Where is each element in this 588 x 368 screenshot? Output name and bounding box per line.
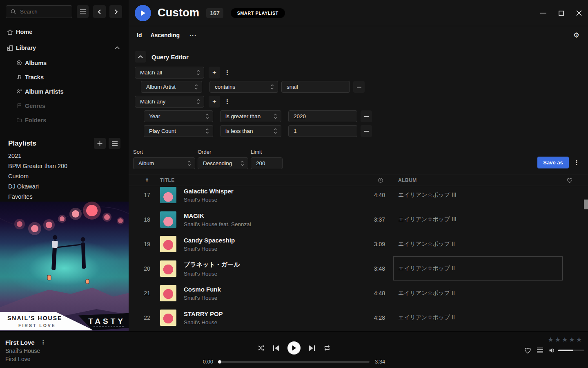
track-row[interactable]: 21 Cosmo Funk Snail’s House 4:48 エイリアン☆ポ… [129, 281, 588, 305]
star-icon[interactable]: ★ [569, 337, 575, 343]
sidebar-item-albums[interactable]: Albums [0, 56, 129, 70]
track-title: Cosmo Funk [184, 286, 361, 293]
maximize-button[interactable] [552, 5, 570, 21]
repeat-button[interactable] [323, 345, 331, 351]
play-playlist-button[interactable] [135, 5, 151, 21]
sidebar-item-label: Home [16, 29, 32, 35]
settings-gear-icon[interactable]: ⚙ [573, 31, 579, 40]
close-button[interactable] [570, 5, 588, 21]
track-album: エイリアン☆ポップ III [398, 207, 561, 232]
track-number: 18 [139, 216, 155, 223]
star-icon[interactable]: ★ [555, 337, 561, 343]
rule-value-input[interactable] [281, 81, 350, 93]
volume-slider[interactable] [558, 350, 584, 351]
sidebar-item-home[interactable]: Home [0, 25, 129, 38]
star-icon[interactable]: ★ [562, 337, 568, 343]
rule-value-input[interactable] [288, 125, 357, 137]
rule-operator-select[interactable]: contains [209, 81, 278, 93]
track-album-focused-cell[interactable]: エイリアン☆ポップ II [398, 256, 561, 281]
play-button[interactable] [287, 341, 301, 355]
rule-field-select[interactable]: Year [144, 110, 213, 122]
match-type-select[interactable]: Match any [135, 96, 204, 108]
track-artist: Snail’s House [184, 295, 361, 301]
more-options-icon[interactable]: ··· [189, 32, 197, 39]
playlist-item[interactable]: Favorites [0, 191, 129, 202]
previous-button[interactable] [273, 345, 279, 351]
track-album: エイリアン☆ポップ II [398, 232, 561, 256]
track-row[interactable]: 18 MAGIK Snail’s House feat. Sennzai 3:3… [129, 207, 588, 232]
star-icon[interactable]: ★ [576, 337, 582, 343]
sidebar-item-album-artists[interactable]: Album Artists [0, 84, 129, 99]
scrollbar-thumb[interactable] [584, 200, 588, 209]
track-row[interactable]: 20 プラネット・ガール Snail’s House 3:48 エイリアン☆ポッ… [129, 256, 588, 281]
add-rule-button[interactable]: ＋ [209, 96, 220, 108]
query-rule-row: Year is greater than [144, 110, 588, 122]
save-as-button[interactable]: Save as [537, 157, 569, 168]
add-playlist-button[interactable] [94, 138, 106, 149]
track-album-art [160, 260, 176, 277]
track-row[interactable]: 17 Galactic Whisper Snail’s House 4:40 エ… [129, 186, 588, 207]
group-kebab-icon[interactable]: ⋮ [224, 69, 230, 76]
sidebar-item-library[interactable]: Library [0, 41, 129, 54]
sidebar-item-tracks[interactable]: Tracks [0, 70, 129, 84]
nav-back-button[interactable] [93, 5, 106, 18]
library-icon [6, 45, 13, 52]
chevron-right-icon [114, 9, 118, 14]
track-artist: Snail’s House [184, 319, 361, 325]
query-editor: Query Editor Match all ＋ ⋮ Album Artist … [129, 51, 588, 169]
nav-forward-button[interactable] [109, 5, 122, 18]
column-duration[interactable] [361, 177, 386, 183]
column-index[interactable]: # [139, 177, 155, 183]
collapse-query-editor-button[interactable] [135, 51, 146, 63]
column-album[interactable]: ALBUM [398, 177, 561, 183]
add-rule-button[interactable]: ＋ [209, 67, 220, 79]
group-kebab-icon[interactable]: ⋮ [224, 98, 230, 105]
now-playing-album[interactable]: First Love [5, 355, 46, 363]
seek-slider[interactable] [218, 361, 370, 363]
chevron-up-icon[interactable] [115, 46, 120, 49]
playlist-item[interactable]: BPM Greater than 200 [0, 161, 129, 171]
sort-field-button[interactable]: Id [137, 32, 142, 38]
playlist-item[interactable]: DJ Okawari [0, 181, 129, 191]
queue-button[interactable] [537, 348, 543, 353]
remove-rule-button[interactable] [353, 81, 365, 93]
search-input[interactable] [20, 9, 68, 15]
now-playing-artist[interactable]: Snail’s House [5, 346, 46, 355]
sort-order-button[interactable]: Ascending [150, 32, 180, 38]
window-controls [534, 0, 588, 26]
clock-icon [378, 177, 383, 183]
star-icon[interactable]: ★ [548, 337, 553, 343]
rule-field-select[interactable]: Play Count [144, 125, 213, 137]
rule-operator-select[interactable]: is greater than [220, 110, 281, 122]
limit-input[interactable] [251, 157, 283, 169]
column-title[interactable]: TITLE [160, 177, 361, 183]
rule-value-input[interactable] [288, 110, 357, 122]
sidebar-item-genres[interactable]: Genres [0, 99, 129, 113]
shuffle-button[interactable] [257, 345, 265, 351]
rule-operator-select[interactable]: is less than [220, 125, 281, 137]
artist-icon [16, 88, 22, 94]
menu-button[interactable] [77, 5, 89, 18]
sort-select[interactable]: Album [133, 157, 195, 169]
playlist-item[interactable]: Custom [0, 171, 129, 181]
volume-button[interactable] [549, 347, 556, 354]
remove-rule-button[interactable] [361, 110, 372, 122]
minimize-button[interactable] [534, 5, 552, 21]
match-type-select[interactable]: Match all [135, 67, 204, 79]
save-kebab-icon[interactable]: ⋮ [573, 157, 580, 168]
order-select[interactable]: Descending [198, 157, 248, 169]
sidebar-item-folders[interactable]: Folders [0, 113, 129, 127]
favorite-button[interactable] [524, 348, 531, 354]
seek-slider-thumb[interactable] [218, 360, 221, 364]
track-row[interactable]: 19 Candy Spaceship Snail’s House 3:09 エイ… [129, 232, 588, 256]
now-playing-title[interactable]: First Love [5, 339, 35, 346]
playlist-list-button[interactable] [109, 138, 120, 149]
next-button[interactable] [309, 345, 315, 351]
remove-rule-button[interactable] [361, 125, 372, 137]
track-row[interactable]: 22 STARRY POP Snail’s House 4:28 エイリアン☆ポ… [129, 305, 588, 330]
playlist-item[interactable]: 2021 [0, 150, 129, 161]
column-favorite[interactable] [561, 178, 578, 183]
rule-field-select[interactable]: Album Artist [141, 81, 202, 93]
now-playing-kebab-icon[interactable]: ⋮ [40, 339, 46, 346]
plus-icon [97, 141, 102, 146]
